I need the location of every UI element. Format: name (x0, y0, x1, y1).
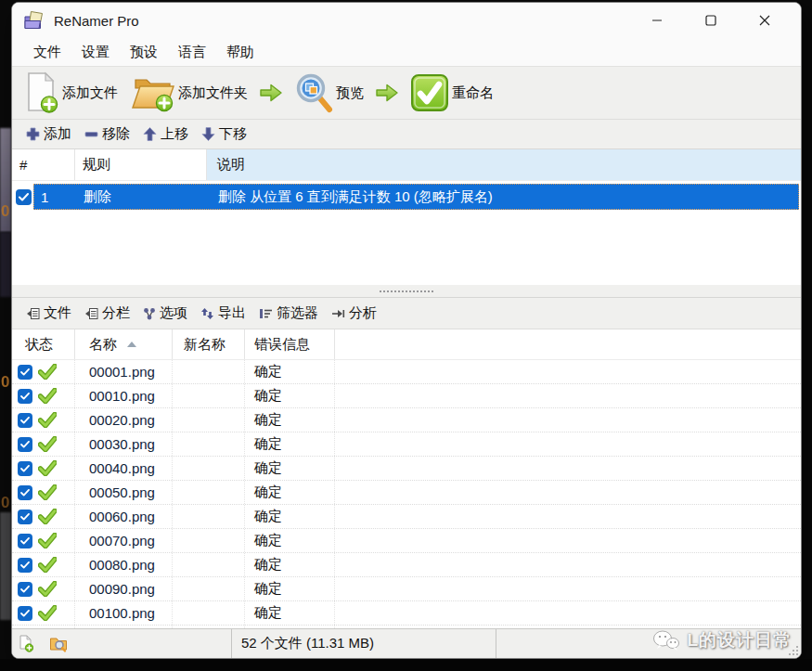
file-name-cell: 00100.png (75, 601, 173, 625)
file-error: 确定 (254, 556, 282, 574)
files-header-filler (335, 329, 801, 359)
menu-language[interactable]: 语言 (168, 41, 216, 64)
file-row[interactable]: 00080.png 确定 (12, 553, 801, 577)
file-error: 确定 (254, 580, 282, 598)
file-row[interactable]: 00001.png 确定 (12, 360, 801, 384)
analyze-menu-button[interactable]: 分析 (325, 303, 383, 324)
arrow-up-icon (143, 127, 157, 141)
title-bar[interactable]: ReNamer Pro (12, 3, 801, 38)
options-menu-button[interactable]: 选项 (136, 303, 194, 324)
add-file-small-icon[interactable] (19, 635, 33, 652)
flow-arrow-icon (259, 82, 283, 104)
rule-move-up-button[interactable]: 上移 (136, 123, 195, 145)
file-error: 确定 (254, 387, 282, 405)
status-bar: 52 个文件 (11.31 MB) (12, 628, 801, 658)
file-checkbox[interactable] (18, 582, 32, 597)
file-row-filler (335, 481, 801, 504)
pane-splitter[interactable] (12, 285, 801, 298)
preview-button[interactable]: 预览 (291, 71, 367, 114)
rule-row-selection[interactable]: 1 删除 删除 从位置 6 直到满足计数 10 (忽略扩展名) (33, 184, 799, 210)
file-row[interactable]: 00040.png 确定 (12, 457, 801, 481)
file-count-text: 52 个文件 (11.31 MB) (241, 635, 374, 652)
splitter-grip-icon (380, 290, 433, 292)
backdrop-glyph: 0 (1, 373, 9, 392)
file-checkbox[interactable] (18, 558, 32, 573)
files-header-name[interactable]: 名称 (75, 329, 173, 359)
file-name-cell: 00050.png (75, 481, 173, 504)
minimize-button[interactable] (630, 4, 684, 37)
file-row[interactable]: 00050.png 确定 (12, 481, 801, 505)
status-ok-icon (38, 364, 57, 380)
menu-help[interactable]: 帮助 (216, 41, 264, 64)
file-name-cell: 00010.png (75, 384, 173, 407)
rule-checkbox[interactable] (16, 189, 32, 205)
backdrop-glyph: 0 (1, 494, 9, 512)
add-folders-button[interactable]: 添加文件夹 (128, 71, 251, 115)
file-error-cell: 确定 (245, 577, 335, 600)
file-name: 00020.png (89, 412, 155, 428)
backdrop-strip (0, 659, 812, 671)
rule-remove-button[interactable]: 移除 (78, 123, 136, 145)
file-checkbox[interactable] (18, 413, 32, 428)
file-checkbox[interactable] (18, 606, 32, 621)
file-error-cell: 确定 (245, 432, 335, 456)
files-header-error[interactable]: 错误信息 (245, 329, 335, 359)
analyze-menu-label: 分析 (349, 304, 377, 322)
files-menu-button[interactable]: 文件 (19, 303, 78, 324)
rule-row[interactable]: 1 删除 删除 从位置 6 直到满足计数 10 (忽略扩展名) (12, 184, 801, 210)
files-list[interactable]: 00001.png 确定 00010.png 确定 (12, 360, 801, 628)
file-row-filler (335, 384, 801, 407)
file-checkbox[interactable] (18, 461, 32, 476)
file-row[interactable]: 00090.png 确定 (12, 577, 801, 601)
file-row[interactable]: 00020.png 确定 (12, 408, 801, 432)
menu-settings[interactable]: 设置 (71, 41, 120, 64)
filters-menu-button[interactable]: 筛选器 (252, 303, 325, 324)
files-menu-label: 文件 (44, 304, 71, 322)
rule-move-down-button[interactable]: 下移 (195, 123, 253, 145)
files-header-status[interactable]: 状态 (12, 329, 75, 359)
rename-button[interactable]: 重命名 (407, 72, 496, 113)
rule-move-up-label: 上移 (161, 125, 188, 143)
resize-grip-icon[interactable] (789, 646, 798, 655)
file-row[interactable]: 00030.png 确定 (12, 432, 801, 457)
menu-presets[interactable]: 预设 (120, 41, 168, 64)
export-menu-button[interactable]: 导出 (194, 303, 252, 324)
file-checkbox[interactable] (18, 389, 32, 404)
file-row[interactable]: 00060.png 确定 (12, 505, 801, 529)
window-title: ReNamer Pro (54, 13, 139, 29)
file-checkbox[interactable] (18, 485, 32, 500)
file-checkbox[interactable] (18, 437, 32, 452)
file-row[interactable]: 00100.png 确定 (12, 601, 801, 626)
files-header-new-name[interactable]: 新名称 (173, 329, 245, 359)
rules-header-rule[interactable]: 规则 (75, 149, 207, 180)
file-name-cell: 00070.png (75, 529, 173, 552)
file-error-cell: 确定 (245, 529, 335, 552)
export-menu-label: 导出 (218, 304, 246, 322)
rules-header-index[interactable]: # (12, 149, 75, 180)
file-name-cell: 00001.png (75, 360, 173, 383)
rules-header-description[interactable]: 说明 (207, 149, 801, 180)
status-ok-icon (38, 533, 57, 548)
flow-arrow-icon (375, 82, 399, 104)
files-header-new-name-label: 新名称 (184, 336, 226, 354)
add-files-button[interactable]: 添加文件 (19, 71, 121, 115)
file-new-name-cell (173, 481, 245, 504)
file-name: 00050.png (89, 484, 155, 500)
rule-add-button[interactable]: 添加 (19, 123, 78, 145)
columns-menu-button[interactable]: 分栏 (78, 303, 136, 324)
file-row-filler (335, 360, 801, 383)
file-name: 00090.png (89, 581, 155, 597)
preview-label: 预览 (336, 84, 364, 102)
folder-search-icon[interactable] (49, 636, 69, 652)
close-button[interactable] (738, 4, 792, 37)
file-row-filler (335, 553, 801, 576)
file-checkbox[interactable] (18, 534, 32, 548)
file-checkbox[interactable] (18, 365, 32, 380)
file-checkbox[interactable] (18, 510, 32, 524)
menu-file[interactable]: 文件 (23, 41, 71, 64)
file-status-cell (12, 457, 75, 480)
file-new-name-cell (173, 601, 245, 625)
maximize-button[interactable] (684, 4, 738, 37)
file-row[interactable]: 00070.png 确定 (12, 529, 801, 553)
file-row[interactable]: 00010.png 确定 (12, 384, 801, 408)
